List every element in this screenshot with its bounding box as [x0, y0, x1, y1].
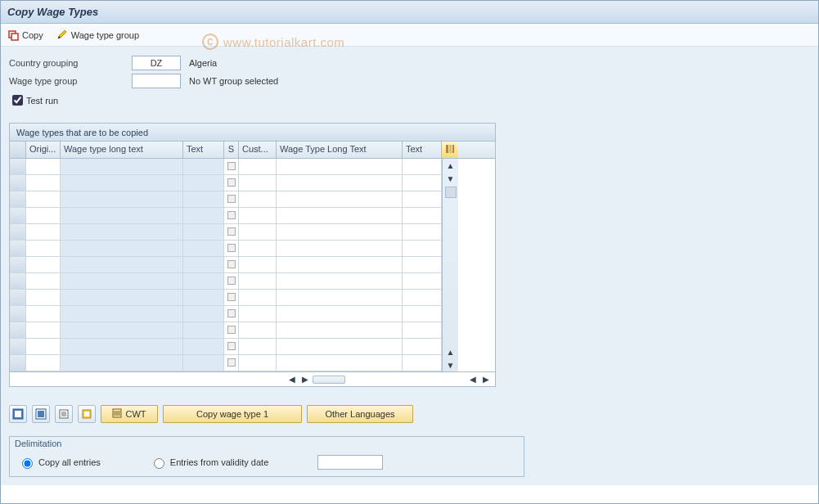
- col-header-s[interactable]: S: [224, 142, 239, 158]
- row-selector[interactable]: [10, 322, 26, 339]
- col-header-origi[interactable]: Origi...: [26, 142, 61, 158]
- cell-cust[interactable]: [239, 175, 277, 191]
- cell-origi[interactable]: [26, 322, 61, 339]
- cell-cust[interactable]: [239, 290, 277, 306]
- checkbox-icon[interactable]: [227, 277, 236, 285]
- cell-cust[interactable]: [239, 306, 277, 322]
- cell-origi[interactable]: [26, 273, 61, 290]
- checkbox-icon[interactable]: [227, 358, 236, 367]
- select-all-button[interactable]: [9, 405, 27, 423]
- deselect-all-button[interactable]: [32, 405, 50, 423]
- hscroll2-right-arrow-icon[interactable]: ▶: [480, 374, 492, 385]
- table-row[interactable]: [10, 257, 442, 273]
- hscroll-thumb[interactable]: [313, 376, 345, 384]
- col-header-wage-type-long-text-right[interactable]: Wage Type Long Text: [277, 142, 403, 158]
- cell-origi[interactable]: [26, 257, 61, 273]
- checkbox-icon[interactable]: [227, 260, 236, 268]
- cell-cust[interactable]: [239, 339, 277, 355]
- vertical-scrollbar[interactable]: ▲ ▼ ▲ ▼: [442, 159, 458, 371]
- checkbox-icon[interactable]: [227, 195, 236, 203]
- table-row[interactable]: [10, 290, 442, 306]
- table-row[interactable]: [10, 159, 442, 175]
- col-header-cust[interactable]: Cust...: [239, 142, 277, 158]
- cell-cust[interactable]: [239, 273, 277, 290]
- table-row[interactable]: [10, 224, 442, 241]
- table-row[interactable]: [10, 191, 442, 208]
- table-row[interactable]: [10, 241, 442, 257]
- export-button[interactable]: [78, 405, 96, 423]
- cell-s[interactable]: [224, 306, 239, 322]
- scroll-down-icon[interactable]: ▼: [444, 172, 457, 185]
- cwt-button[interactable]: CWT: [101, 405, 158, 423]
- cell-cust[interactable]: [239, 224, 277, 241]
- row-selector[interactable]: [10, 339, 26, 355]
- cell-s[interactable]: [224, 175, 239, 191]
- cell-origi[interactable]: [26, 224, 61, 241]
- cell-origi[interactable]: [26, 208, 61, 224]
- scroll-up-bottom-icon[interactable]: ▲: [444, 345, 457, 358]
- checkbox-icon[interactable]: [227, 342, 236, 350]
- cell-origi[interactable]: [26, 159, 61, 175]
- row-selector[interactable]: [10, 224, 26, 241]
- table-row[interactable]: [10, 208, 442, 224]
- cell-cust[interactable]: [239, 191, 277, 208]
- table-row[interactable]: [10, 355, 442, 371]
- cell-s[interactable]: [224, 224, 239, 241]
- copy-wage-type-1-button[interactable]: Copy wage type 1: [163, 405, 302, 423]
- checkbox-icon[interactable]: [227, 178, 236, 187]
- cell-s[interactable]: [224, 241, 239, 257]
- row-selector[interactable]: [10, 159, 26, 175]
- row-selector[interactable]: [10, 290, 26, 306]
- wage-type-group-button[interactable]: Wage type group: [56, 29, 139, 42]
- row-selector[interactable]: [10, 241, 26, 257]
- checkbox-icon[interactable]: [227, 162, 236, 170]
- checkbox-icon[interactable]: [227, 309, 236, 317]
- scroll-down-bottom-icon[interactable]: ▼: [444, 358, 457, 371]
- test-run-checkbox[interactable]: [12, 95, 23, 106]
- select-all-header[interactable]: [10, 142, 26, 158]
- entries-from-validity-date-radio[interactable]: [154, 458, 164, 469]
- table-row[interactable]: [10, 175, 442, 191]
- col-header-wage-type-long-text-left[interactable]: Wage type long text: [61, 142, 183, 158]
- cell-origi[interactable]: [26, 290, 61, 306]
- cell-s[interactable]: [224, 159, 239, 175]
- cell-cust[interactable]: [239, 355, 277, 371]
- cell-s[interactable]: [224, 322, 239, 339]
- cell-origi[interactable]: [26, 339, 61, 355]
- checkbox-icon[interactable]: [227, 326, 236, 334]
- cell-s[interactable]: [224, 355, 239, 371]
- hscroll-left-section[interactable]: ◀ ▶: [283, 374, 349, 385]
- table-row[interactable]: [10, 322, 442, 339]
- cell-origi[interactable]: [26, 241, 61, 257]
- cell-origi[interactable]: [26, 355, 61, 371]
- hscroll2-left-arrow-icon[interactable]: ◀: [467, 374, 479, 385]
- row-selector[interactable]: [10, 273, 26, 290]
- table-configure-columns-icon[interactable]: [442, 142, 458, 158]
- scroll-thumb[interactable]: [445, 187, 457, 198]
- wage-type-group-input[interactable]: [132, 74, 181, 88]
- hscroll-left-arrow-icon[interactable]: ◀: [286, 374, 298, 385]
- cell-s[interactable]: [224, 257, 239, 273]
- cell-origi[interactable]: [26, 191, 61, 208]
- row-selector[interactable]: [10, 257, 26, 273]
- sort-ascending-button[interactable]: [55, 405, 73, 423]
- table-row[interactable]: [10, 339, 442, 355]
- col-header-text-left[interactable]: Text: [183, 142, 224, 158]
- cell-s[interactable]: [224, 290, 239, 306]
- hscroll-right-section[interactable]: ◀ ▶: [464, 374, 495, 385]
- cell-cust[interactable]: [239, 257, 277, 273]
- row-selector[interactable]: [10, 191, 26, 208]
- row-selector[interactable]: [10, 306, 26, 322]
- checkbox-icon[interactable]: [227, 211, 236, 219]
- cell-origi[interactable]: [26, 306, 61, 322]
- row-selector[interactable]: [10, 355, 26, 371]
- cell-s[interactable]: [224, 208, 239, 224]
- table-row[interactable]: [10, 273, 442, 290]
- col-header-text-right[interactable]: Text: [403, 142, 442, 158]
- row-selector[interactable]: [10, 208, 26, 224]
- copy-all-entries-radio[interactable]: [22, 458, 33, 469]
- cell-cust[interactable]: [239, 241, 277, 257]
- checkbox-icon[interactable]: [227, 244, 236, 252]
- checkbox-icon[interactable]: [227, 227, 236, 236]
- scroll-up-icon[interactable]: ▲: [444, 159, 457, 172]
